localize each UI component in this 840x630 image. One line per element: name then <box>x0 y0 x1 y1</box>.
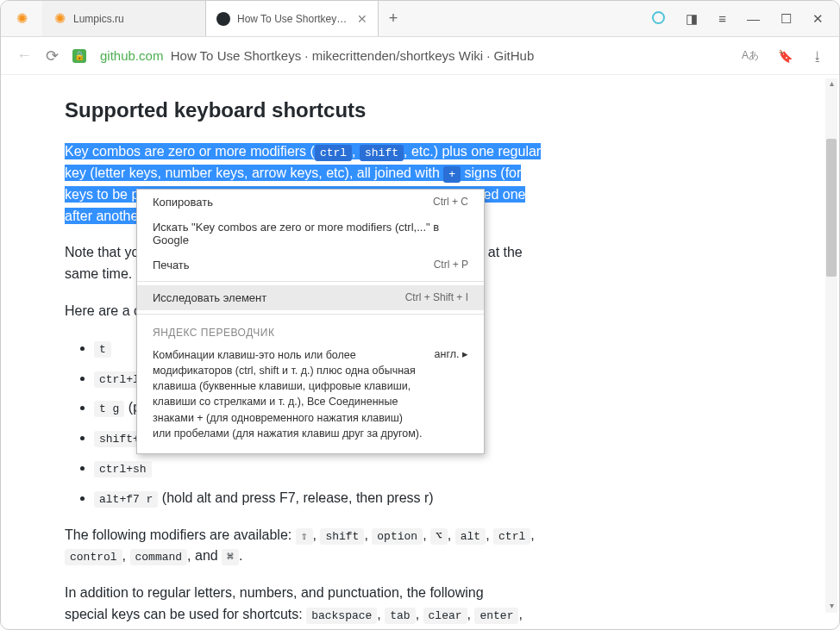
close-icon[interactable]: ✕ <box>357 12 367 26</box>
ctx-translator-header: ЯНДЕКС ПЕРЕВОДЧИК <box>137 318 484 344</box>
tab-github[interactable]: How To Use Shortkeys · n ✕ <box>206 1 379 36</box>
sidebar-icon[interactable]: ◨ <box>686 11 698 27</box>
assistant-icon[interactable] <box>652 11 665 27</box>
ctx-lang-selector[interactable]: англ. ▸ <box>435 347 468 441</box>
ctx-inspect[interactable]: Исследовать элементCtrl + Shift + I <box>137 285 484 310</box>
tab-lumpics[interactable]: ✺ Lumpics.ru <box>42 1 206 36</box>
back-button[interactable]: ← <box>16 47 32 65</box>
translate-icon[interactable]: Aあ <box>742 48 759 63</box>
favicon-lumpics-icon: ✺ <box>53 12 66 26</box>
tab-title: Lumpics.ru <box>73 13 195 25</box>
browser-logo-icon: ✺ <box>16 10 28 27</box>
menu-icon[interactable]: ≡ <box>718 11 726 26</box>
reload-button[interactable]: ⟳ <box>46 47 59 65</box>
context-menu: КопироватьCtrl + C Искать "Key combos ar… <box>136 189 485 454</box>
modifiers-paragraph: The following modifiers are available: ⇧… <box>65 525 617 568</box>
ctx-copy[interactable]: КопироватьCtrl + C <box>137 190 484 215</box>
bookmark-icon[interactable]: 🔖 <box>778 49 793 63</box>
tab-title: How To Use Shortkeys · n <box>237 13 350 25</box>
special-keys-paragraph: In addition to regular letters, numbers,… <box>65 583 617 629</box>
maximize-button[interactable]: ☐ <box>780 11 792 27</box>
separator <box>137 281 484 282</box>
close-button[interactable]: ✕ <box>812 11 824 27</box>
scroll-up-icon[interactable]: ▴ <box>825 78 837 90</box>
separator <box>137 314 484 315</box>
toolbar: ← → ⟳ 🔒 github.com How To Use Shortkeys … <box>1 37 839 75</box>
scroll-thumb[interactable] <box>826 139 837 277</box>
ctx-translation: Комбинации клавиш-это ноль или более мод… <box>137 344 484 453</box>
url-display[interactable]: github.com How To Use Shortkeys · mikecr… <box>100 48 534 63</box>
favicon-github-icon <box>216 12 230 26</box>
scrollbar[interactable]: ▴ ▾ <box>825 78 837 613</box>
scroll-down-icon[interactable]: ▾ <box>825 601 837 613</box>
new-tab-button[interactable]: + <box>379 1 408 36</box>
list-item: alt+f7 r (hold alt and press F7, release… <box>94 488 824 509</box>
download-icon[interactable]: ⭳ <box>812 49 824 63</box>
list-item: ctrl+sh <box>94 458 824 479</box>
minimize-button[interactable]: — <box>747 11 760 26</box>
titlebar: ✺ ✺ Lumpics.ru How To Use Shortkeys · n … <box>1 1 839 37</box>
lock-icon[interactable]: 🔒 <box>72 49 86 63</box>
ctx-print[interactable]: ПечатьCtrl + P <box>137 253 484 278</box>
page-heading: Supported keyboard shortcuts <box>65 94 824 126</box>
ctx-search-google[interactable]: Искать "Key combos are zero or more modi… <box>137 215 484 253</box>
